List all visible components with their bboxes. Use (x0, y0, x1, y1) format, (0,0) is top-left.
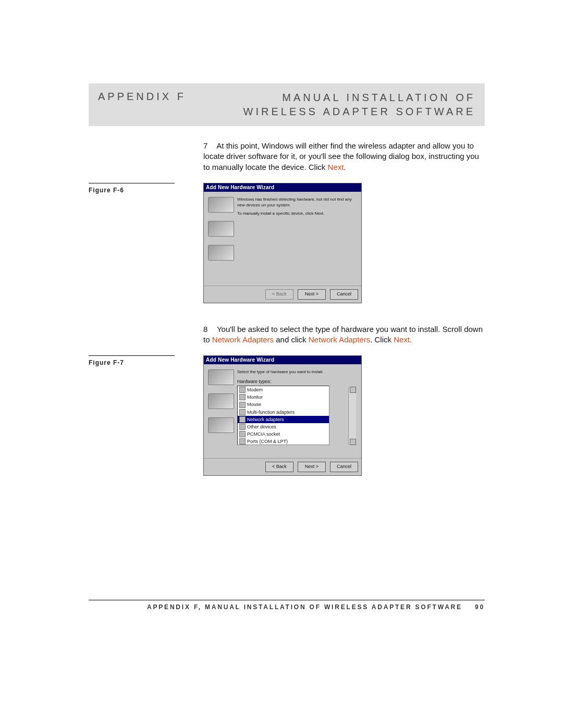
hardware-types-listbox[interactable]: Modem Monitor Mouse Multi-function adapt… (237, 386, 329, 445)
wizard-dialog-2: Add New Hardware Wizard Select the type … (203, 355, 362, 476)
hardware-icon (208, 417, 234, 433)
device-icon (239, 431, 246, 437)
page-footer: APPENDIX F, MANUAL INSTALLATION OF WIREL… (89, 600, 485, 611)
list-item: Modem (238, 386, 329, 393)
hardware-icon (208, 393, 234, 409)
back-button[interactable]: < Back (265, 462, 293, 472)
device-icon (239, 387, 246, 393)
step-7-text: 7 At this point, Windows will either fin… (203, 141, 485, 172)
list-item: PCMCIA socket (238, 430, 329, 438)
network-adapters-text: Network Adapters (212, 335, 274, 344)
hardware-icon (208, 221, 234, 237)
page-number: 90 (475, 603, 485, 611)
list-item: Multi-function adapters (238, 409, 329, 416)
page-header: APPENDIX F MANUAL INSTALLATION OF WIRELE… (89, 83, 485, 126)
wizard-2-instruction: Select the type of hardware you want to … (237, 369, 356, 375)
wizard-side-graphic (207, 367, 235, 455)
scrollbar[interactable] (348, 387, 356, 445)
wizard-dialog-1: Add New Hardware Wizard Windows has fini… (203, 183, 362, 303)
hardware-icon (208, 197, 234, 213)
back-button[interactable]: < Back (265, 289, 293, 300)
device-icon (239, 394, 246, 400)
device-icon (239, 438, 246, 445)
list-item: Other devices (238, 423, 329, 430)
wizard-side-graphic (207, 195, 235, 282)
list-item-selected: Network adapters (238, 416, 329, 423)
cancel-button[interactable]: Cancel (330, 462, 358, 472)
wizard-2-title: Add New Hardware Wizard (204, 356, 361, 364)
next-link: Next (394, 335, 410, 344)
cancel-button[interactable]: Cancel (330, 289, 358, 300)
step-8-number: 8 (203, 324, 215, 335)
header-right-line2: WIRELESS ADAPTER SOFTWARE (243, 106, 475, 117)
hardware-types-label: Hardware types: (237, 378, 356, 385)
header-right: MANUAL INSTALLATION OF WIRELESS ADAPTER … (218, 91, 475, 119)
step-8-text: 8 You'll be asked to select the type of … (203, 324, 485, 346)
figure-f7-label: Figure F-7 (89, 355, 175, 366)
network-adapters-text: Network Adapters (309, 335, 370, 344)
next-link: Next (327, 163, 344, 171)
footer-text: APPENDIX F, MANUAL INSTALLATION OF WIREL… (147, 603, 462, 611)
device-icon (239, 409, 246, 415)
wizard-1-title: Add New Hardware Wizard (204, 183, 361, 192)
list-item: Mouse (238, 401, 329, 408)
list-item: Monitor (238, 393, 329, 401)
device-icon (239, 402, 246, 408)
header-left: APPENDIX F (98, 91, 218, 119)
hardware-icon (208, 369, 234, 385)
list-item: Ports (COM & LPT) (238, 438, 329, 445)
hardware-icon (208, 245, 234, 261)
step-7-number: 7 (203, 141, 215, 151)
device-icon (239, 416, 246, 423)
figure-f6-label: Figure F-6 (89, 183, 175, 194)
device-icon (239, 424, 246, 430)
wizard-1-text: Windows has finished detecting hardware,… (235, 195, 358, 282)
next-button[interactable]: Next > (298, 462, 326, 472)
next-button[interactable]: Next > (298, 289, 326, 300)
header-right-line1: MANUAL INSTALLATION OF (282, 92, 475, 103)
